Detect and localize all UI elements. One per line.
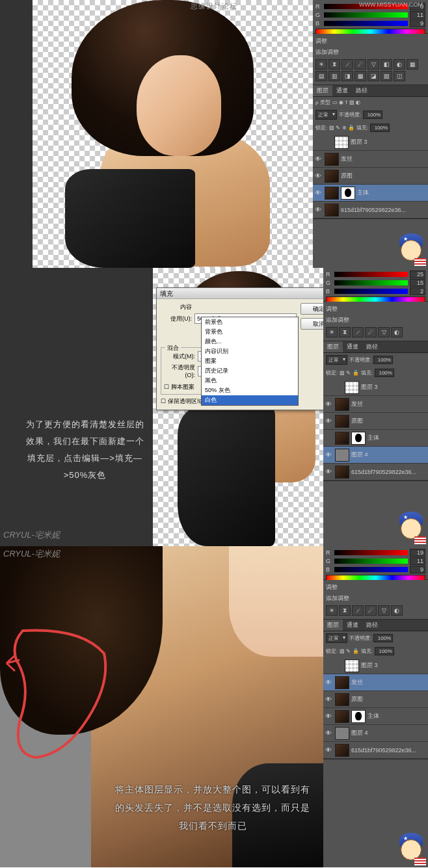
layer-name: 主体	[368, 712, 426, 720]
layer-row[interactable]: 👁615d1bf790529822e36...	[313, 202, 428, 218]
dropdown-option[interactable]: 颜色...	[202, 337, 298, 347]
adj-photo[interactable]: ▦	[407, 59, 418, 70]
fill-label: 填充:	[356, 124, 368, 131]
adj-brightness[interactable]: ☀	[315, 59, 327, 70]
portrait-dress	[65, 169, 195, 268]
color-panel: R19 G11 B9	[323, 546, 428, 580]
blend-mode[interactable]: 正常	[326, 355, 347, 365]
adj-lut[interactable]: ▥	[328, 71, 340, 81]
adj-sel[interactable]: ◫	[394, 71, 405, 81]
visibility-icon[interactable]: 👁	[315, 172, 323, 179]
adj-mixer[interactable]: ▤	[315, 71, 327, 81]
visibility-icon[interactable]: 👁	[325, 696, 333, 703]
tab-paths[interactable]: 路径	[352, 85, 371, 96]
g-slider[interactable]	[334, 280, 408, 285]
tab-layers[interactable]: 图层	[313, 85, 332, 96]
g-value[interactable]: 15	[410, 279, 425, 287]
fill-value[interactable]: 100%	[370, 124, 390, 132]
visibility-icon[interactable]: 👁	[325, 417, 333, 425]
layer-row[interactable]: 👁发丝	[313, 151, 428, 168]
opacity-value[interactable]: 100%	[363, 111, 382, 119]
adj-thresh[interactable]: ◪	[368, 71, 379, 81]
layer-row[interactable]: 👁615d1bf790529822e36...	[323, 742, 428, 759]
visibility-icon[interactable]: 👁	[325, 401, 333, 408]
g-slider[interactable]	[324, 12, 408, 18]
adj-vibrance[interactable]: ▽	[368, 59, 379, 70]
blend-mode[interactable]: 正常	[326, 633, 347, 643]
step-caption: 将主体图层显示，并放大整个图，可以看到有的头发丢失了，并不是选取没有选到，而只是…	[112, 780, 314, 835]
b-slider[interactable]	[334, 289, 408, 294]
g-slider[interactable]	[334, 559, 408, 564]
adjustments-panel: 调整 添加调整 ☀⧗⟋☄▽◧ ◐▦▤▥◨▩ ◪▨◫	[313, 34, 428, 85]
visibility-icon[interactable]: 👁	[325, 679, 333, 686]
g-label: G	[315, 12, 322, 18]
b-slider[interactable]	[324, 21, 408, 26]
dropdown-option[interactable]: 白色	[202, 395, 298, 405]
dialog-title: 填充	[160, 289, 173, 297]
blend-group-label: 混合	[165, 344, 181, 352]
canvas[interactable]	[0, 0, 313, 268]
visibility-icon[interactable]: 👁	[325, 730, 333, 737]
r-slider[interactable]	[334, 550, 408, 555]
dropdown-option[interactable]: 图案	[202, 356, 298, 366]
adj-hue[interactable]: ◧	[381, 59, 392, 70]
layer-name: 原图	[351, 417, 426, 425]
layer-row[interactable]: 主体	[323, 430, 428, 447]
layer-row[interactable]: 👁发丝	[323, 396, 428, 413]
layer-row[interactable]: 👁主体	[323, 708, 428, 725]
tab-channels[interactable]: 通道	[332, 85, 352, 96]
layer-row[interactable]: 👁图层 4	[323, 725, 428, 742]
adj-grad[interactable]: ▨	[381, 71, 392, 81]
layer-row[interactable]: 👁615d1bf790529822e36...	[323, 464, 428, 480]
adj-levels[interactable]: ⧗	[328, 59, 340, 70]
step-caption: 为了更方便的看清楚发丝层的效果，我们在最下面新建一个填充层，点击编辑—>填充—>…	[21, 416, 148, 484]
layer-row[interactable]: 👁主体	[313, 185, 428, 202]
layer-row[interactable]: 图层 3	[323, 657, 428, 674]
adj-curves[interactable]: ⟋	[341, 59, 353, 70]
layer-thumb	[335, 676, 349, 689]
layer-row[interactable]: 👁图层 4	[323, 447, 428, 464]
b-value[interactable]: 9	[410, 20, 425, 27]
adj-bw[interactable]: ◐	[394, 59, 405, 70]
r-slider[interactable]	[334, 272, 408, 277]
dropdown-option[interactable]: 前景色	[202, 317, 298, 327]
watermark-main: 思缘设计论坛	[191, 1, 237, 11]
adj-exposure[interactable]: ☄	[354, 59, 366, 70]
layer-row[interactable]: 👁原图	[323, 691, 428, 708]
adjustments-panel: 调整添加调整 ☀⧗⟋☄▽◐	[323, 580, 428, 620]
layer-row[interactable]: 👁发丝	[323, 674, 428, 691]
layer-row[interactable]: 图层 3	[313, 134, 428, 151]
dropdown-option[interactable]: 背景色	[202, 327, 298, 337]
b-value[interactable]: 2	[410, 287, 425, 295]
layer-thumb	[325, 204, 339, 217]
mode-label: 模式(M):	[164, 352, 195, 361]
content-label: 内容	[161, 303, 192, 311]
adjust-tab[interactable]: 调整	[315, 36, 425, 47]
r-value[interactable]: 25	[410, 270, 425, 278]
visibility-icon[interactable]: 👁	[325, 451, 333, 458]
visibility-icon[interactable]: 👁	[315, 189, 323, 196]
b-label: B	[315, 20, 322, 27]
adj-invert[interactable]: ◨	[341, 71, 353, 81]
visibility-icon[interactable]: 👁	[315, 206, 323, 213]
visibility-icon[interactable]: 👁	[315, 155, 323, 163]
layer-row[interactable]: 👁原图	[313, 168, 428, 185]
opacity-label: 不透明度(O):	[164, 363, 195, 378]
visibility-icon[interactable]: 👁	[325, 713, 333, 720]
layer-name: 原图	[351, 695, 426, 704]
g-value[interactable]: 11	[410, 11, 425, 19]
adj-poster[interactable]: ▩	[354, 71, 366, 81]
layers-panel: 图层通道路径 ρ 类型 ▭ ◉ T ▧ ◐ 正常 不透明度: 100% 锁定: …	[313, 85, 428, 219]
layer-row[interactable]: 👁原图	[323, 413, 428, 430]
layer-row[interactable]: 图层 3	[323, 379, 428, 396]
portrait-face	[137, 55, 221, 156]
dropdown-option[interactable]: 历史记录	[202, 366, 298, 376]
dropdown-option[interactable]: 内容识别	[202, 347, 298, 356]
dropdown-option[interactable]: 50% 灰色	[202, 386, 298, 395]
dropdown-option[interactable]: 黑色	[202, 376, 298, 386]
visibility-icon[interactable]: 👁	[325, 746, 333, 754]
b-slider[interactable]	[334, 567, 408, 572]
layer-name: 发丝	[341, 155, 426, 163]
blend-mode[interactable]: 正常	[315, 110, 337, 120]
visibility-icon[interactable]: 👁	[325, 468, 333, 475]
